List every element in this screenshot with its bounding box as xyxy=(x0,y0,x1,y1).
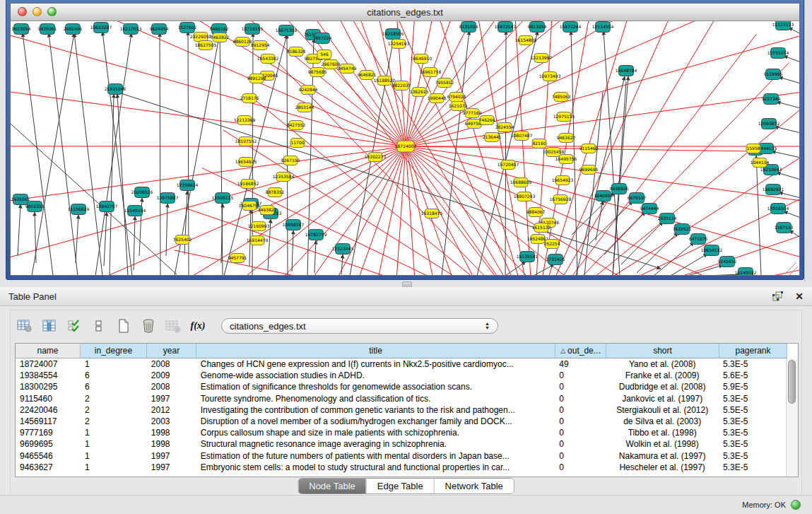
graph-node[interactable]: 18807293 xyxy=(514,192,536,201)
graph-node[interactable]: 16154808 xyxy=(515,36,537,45)
graph-node[interactable]: 17359924 xyxy=(177,180,199,191)
cell-in_degree[interactable]: 6 xyxy=(81,370,147,380)
graph-node[interactable]: 20206526 xyxy=(131,187,153,198)
cell-pagerank[interactable]: 5.3E-5 xyxy=(719,451,787,461)
graph-node[interactable]: 12353584 xyxy=(273,173,295,182)
cell-name[interactable]: 18724007 xyxy=(16,359,81,369)
vertical-scrollbar[interactable] xyxy=(786,358,798,477)
graph-node[interactable]: 10807487 xyxy=(511,132,533,141)
graph-node[interactable]: 9777169 xyxy=(463,109,482,118)
cell-out_degree[interactable]: 0 xyxy=(555,394,606,404)
cell-title[interactable]: Embryonic stem cells: a model to study s… xyxy=(196,462,555,472)
graph-node[interactable]: 6471676 xyxy=(689,234,708,245)
cell-pagerank[interactable]: 5.5E-5 xyxy=(719,405,787,415)
cell-short[interactable]: Dudbridge et al. (2008) xyxy=(606,382,719,392)
cell-out_degree[interactable]: 0 xyxy=(555,405,606,415)
column-select-icon[interactable] xyxy=(40,316,59,336)
cell-name[interactable]: 9465546 xyxy=(16,451,81,461)
table-row[interactable]: 977716911998Corpus callosum shape and si… xyxy=(16,427,787,438)
cell-short[interactable]: Wolkin et al. (1998) xyxy=(606,439,719,449)
graph-node[interactable]: 6794028 xyxy=(447,93,466,102)
cell-short[interactable]: Yano et al. (2008) xyxy=(606,359,719,369)
graph-node[interactable]: 18107552 xyxy=(235,137,257,146)
scrollbar-thumb[interactable] xyxy=(788,360,796,404)
cell-name[interactable]: 14569117 xyxy=(16,416,81,426)
table-row[interactable]: 1938455462009Genome-wide association stu… xyxy=(16,370,787,381)
minimize-window-icon[interactable] xyxy=(33,7,42,16)
graph-node[interactable]: 9624954 xyxy=(150,24,169,35)
cell-year[interactable]: 2012 xyxy=(147,405,196,415)
cell-year[interactable]: 1997 xyxy=(147,462,196,472)
cell-year[interactable]: 2008 xyxy=(147,359,196,369)
graph-node[interactable]: 19654923 xyxy=(552,176,574,185)
graph-node[interactable]: 1527602 xyxy=(178,23,197,33)
graph-node[interactable]: 15318475 xyxy=(421,209,443,218)
graph-node[interactable]: 9245652 xyxy=(718,257,737,267)
graph-node[interactable]: 9884067 xyxy=(526,208,546,217)
graph-node[interactable]: 8186328 xyxy=(287,47,306,57)
table-row[interactable]: 911546021997Tourette syndrome. Phenomeno… xyxy=(16,393,787,404)
graph-node[interactable]: 8878352 xyxy=(266,188,285,197)
graph-node[interactable]: 9875685 xyxy=(308,68,327,77)
graph-node[interactable]: 7632621 xyxy=(673,224,692,235)
graph-node[interactable]: 2718176 xyxy=(240,94,259,103)
cell-in_degree[interactable]: 1 xyxy=(81,462,147,472)
graph-node[interactable]: 2136441 xyxy=(483,133,502,142)
tab-network-table[interactable]: Network Table xyxy=(434,479,514,493)
graph-node[interactable]: 1990448 xyxy=(428,94,447,103)
graph-node[interactable]: 1615132 xyxy=(532,223,551,233)
cell-year[interactable]: 2009 xyxy=(147,370,196,380)
cell-year[interactable]: 1998 xyxy=(147,439,196,449)
graph-node[interactable]: 2803144 xyxy=(295,103,314,112)
column-header-year[interactable]: year xyxy=(147,344,196,358)
graph-node[interactable]: 18646910 xyxy=(411,54,433,64)
cell-year[interactable]: 1997 xyxy=(147,394,196,404)
citation-network-graph[interactable]: 8613054993506126914061065328716217013962… xyxy=(11,21,799,275)
graph-node[interactable]: 1167533 xyxy=(775,223,794,233)
cell-pagerank[interactable]: 5.3E-5 xyxy=(719,394,787,404)
graph-node[interactable]: 9227349 xyxy=(762,94,781,105)
graph-node[interactable]: 19654925 xyxy=(235,158,257,167)
graph-node[interactable]: 12093872 xyxy=(758,119,780,129)
cell-name[interactable]: 22420046 xyxy=(16,405,81,415)
graph-node[interactable]: 746266 xyxy=(479,116,495,125)
network-view-frame[interactable]: citations_edges.txt 86130549935061269140… xyxy=(6,0,804,280)
graph-node[interactable]: 15692971 xyxy=(763,185,784,195)
graph-node[interactable]: 13254193 xyxy=(388,40,410,49)
graph-node[interactable]: 18724007 xyxy=(395,141,417,152)
graph-node[interactable]: 13942757 xyxy=(96,201,118,212)
graph-node[interactable]: 7463822 xyxy=(211,33,230,42)
graph-node[interactable]: 9242844 xyxy=(299,86,318,95)
cell-pagerank[interactable]: 5.3E-5 xyxy=(719,416,787,426)
function-icon[interactable]: f(x) xyxy=(188,316,208,336)
graph-node[interactable]: 2935114 xyxy=(658,214,677,224)
cell-title[interactable]: Corpus callosum shape and size in male p… xyxy=(196,428,555,438)
graph-node[interactable]: 12114504 xyxy=(592,22,614,33)
cell-in_degree[interactable]: 2 xyxy=(81,405,147,415)
graph-node[interactable]: 12160993 xyxy=(248,222,270,231)
cell-title[interactable]: Estimation of the future numbers of pati… xyxy=(196,451,555,461)
cell-name[interactable]: 9777169 xyxy=(16,428,81,438)
column-header-pagerank[interactable]: pagerank xyxy=(719,344,787,358)
rows-icon[interactable] xyxy=(89,316,109,336)
graph-node[interactable]: 252254 xyxy=(544,240,560,249)
cell-title[interactable]: Genome-wide association studies in ADHD. xyxy=(196,370,555,380)
cell-year[interactable]: 2008 xyxy=(147,382,196,392)
cell-title[interactable]: Investigating the contribution of common… xyxy=(196,405,555,415)
memory-ok-icon[interactable] xyxy=(791,500,801,510)
cell-name[interactable]: 9463627 xyxy=(16,462,81,472)
graph-node[interactable]: 7955812 xyxy=(435,78,454,88)
graph-node[interactable]: 9919358 xyxy=(25,201,45,212)
cell-short[interactable]: de Silva et al. (2003) xyxy=(606,416,719,426)
cell-short[interactable]: Franke et al. (2009) xyxy=(606,370,719,380)
graph-node[interactable]: 9699695 xyxy=(579,165,599,175)
column-header-title[interactable]: title xyxy=(196,344,555,358)
graph-node[interactable]: 8813054 xyxy=(528,22,547,33)
column-header-name[interactable]: name xyxy=(16,344,81,358)
cell-year[interactable]: 1997 xyxy=(147,451,196,461)
cell-name[interactable]: 9699695 xyxy=(16,439,81,449)
graph-node[interactable]: 16648784 xyxy=(616,66,637,76)
graph-node[interactable]: 16543382 xyxy=(257,54,279,64)
cell-out_degree[interactable]: 0 xyxy=(555,462,606,472)
graph-node[interactable]: 8613054 xyxy=(12,24,31,35)
